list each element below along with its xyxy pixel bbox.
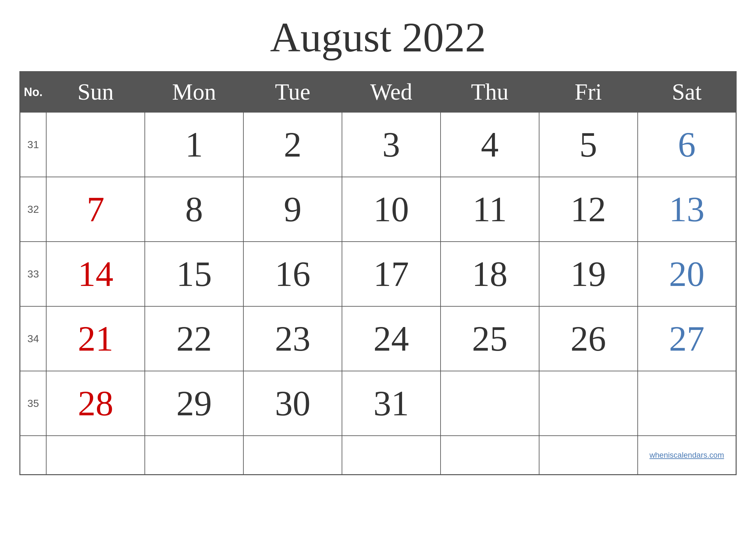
empty-cell (20, 436, 46, 474)
day-cell: 29 (145, 371, 243, 436)
header-tue: Tue (243, 72, 342, 113)
day-cell: 30 (243, 371, 342, 436)
header-row: No. Sun Mon Tue Wed Thu Fri Sat (20, 72, 736, 113)
day-cell: 13 (638, 177, 736, 241)
day-cell: 14 (46, 241, 145, 306)
day-cell (441, 371, 539, 436)
day-cell: 21 (46, 306, 145, 371)
day-cell: 5 (539, 112, 638, 177)
day-cell: 16 (243, 241, 342, 306)
day-cell (539, 371, 638, 436)
empty-cell (243, 436, 342, 474)
empty-cell (46, 436, 145, 474)
calendar-table: No. Sun Mon Tue Wed Thu Fri Sat 31123456… (19, 71, 737, 475)
header-fri: Fri (539, 72, 638, 113)
calendar-page: August 2022 No. Sun Mon Tue Wed Thu Fri … (0, 0, 756, 535)
header-mon: Mon (145, 72, 243, 113)
day-cell: 7 (46, 177, 145, 241)
day-cell: 26 (539, 306, 638, 371)
week-row-34: 3421222324252627 (20, 306, 736, 371)
empty-cell (539, 436, 638, 474)
day-cell: 1 (145, 112, 243, 177)
day-cell: 19 (539, 241, 638, 306)
day-cell (46, 112, 145, 177)
day-cell: 22 (145, 306, 243, 371)
week-number: 33 (20, 241, 46, 306)
header-wed: Wed (342, 72, 441, 113)
week-number: 34 (20, 306, 46, 371)
day-cell: 18 (441, 241, 539, 306)
week-number: 32 (20, 177, 46, 241)
header-no: No. (20, 72, 46, 113)
day-cell: 28 (46, 371, 145, 436)
day-cell: 8 (145, 177, 243, 241)
empty-cell (145, 436, 243, 474)
header-sat: Sat (638, 72, 736, 113)
week-row-35: 3528293031 (20, 371, 736, 436)
week-number: 31 (20, 112, 46, 177)
week-row-32: 3278910111213 (20, 177, 736, 241)
calendar-title: August 2022 (270, 13, 486, 62)
watermark-link[interactable]: wheniscalendars.com (649, 451, 724, 459)
day-cell: 10 (342, 177, 441, 241)
empty-cell (342, 436, 441, 474)
day-cell: 6 (638, 112, 736, 177)
week-number: 35 (20, 371, 46, 436)
day-cell: 27 (638, 306, 736, 371)
day-cell: 17 (342, 241, 441, 306)
last-row: wheniscalendars.com (20, 436, 736, 474)
day-cell: 12 (539, 177, 638, 241)
day-cell: 4 (441, 112, 539, 177)
day-cell: 20 (638, 241, 736, 306)
day-cell: 24 (342, 306, 441, 371)
day-cell: 3 (342, 112, 441, 177)
week-row-33: 3314151617181920 (20, 241, 736, 306)
day-cell: 23 (243, 306, 342, 371)
week-row-31: 31123456 (20, 112, 736, 177)
day-cell: 9 (243, 177, 342, 241)
header-sun: Sun (46, 72, 145, 113)
day-cell: 11 (441, 177, 539, 241)
empty-cell (441, 436, 539, 474)
header-thu: Thu (441, 72, 539, 113)
day-cell: 15 (145, 241, 243, 306)
watermark-cell: wheniscalendars.com (638, 436, 736, 474)
day-cell: 25 (441, 306, 539, 371)
day-cell: 2 (243, 112, 342, 177)
day-cell (638, 371, 736, 436)
day-cell: 31 (342, 371, 441, 436)
